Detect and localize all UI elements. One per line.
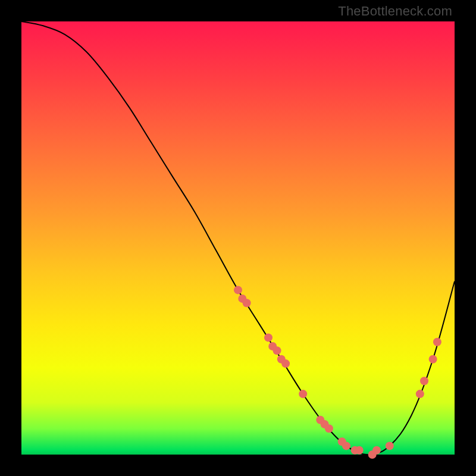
marker-dot <box>243 299 251 307</box>
marker-dot <box>281 359 290 368</box>
curve-layer <box>21 21 455 455</box>
marker-dot <box>273 346 281 355</box>
marker-dot <box>234 286 242 294</box>
marker-dot <box>299 390 307 398</box>
attribution-text: TheBottleneck.com <box>338 4 452 19</box>
plot-area <box>21 21 455 455</box>
marker-dot <box>264 333 273 342</box>
marker-dot <box>420 377 428 385</box>
marker-dot <box>433 338 441 346</box>
marker-dot <box>386 441 394 450</box>
marker-dots <box>234 286 441 459</box>
bottleneck-curve <box>21 21 455 455</box>
marker-dot <box>342 441 350 450</box>
marker-dot <box>355 446 364 455</box>
marker-dot <box>429 355 437 364</box>
chart-stage: TheBottleneck.com <box>0 0 476 476</box>
marker-dot <box>372 446 381 455</box>
marker-dot <box>416 390 424 398</box>
marker-dot <box>325 424 333 433</box>
